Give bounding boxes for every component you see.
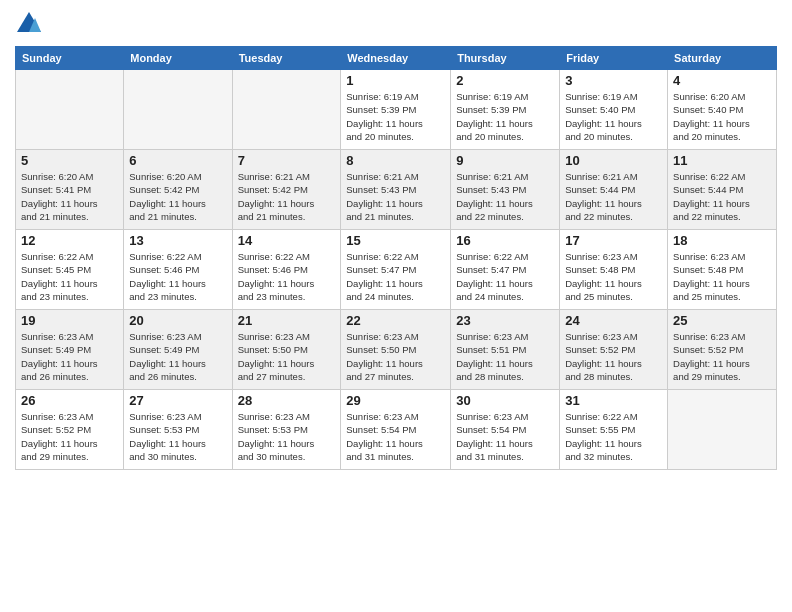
calendar-cell: 27Sunrise: 6:23 AM Sunset: 5:53 PM Dayli… — [124, 390, 232, 470]
day-number: 23 — [456, 313, 554, 328]
calendar-cell: 15Sunrise: 6:22 AM Sunset: 5:47 PM Dayli… — [341, 230, 451, 310]
calendar-cell — [124, 70, 232, 150]
day-number: 6 — [129, 153, 226, 168]
day-info: Sunrise: 6:23 AM Sunset: 5:52 PM Dayligh… — [21, 410, 118, 463]
day-info: Sunrise: 6:23 AM Sunset: 5:54 PM Dayligh… — [456, 410, 554, 463]
weekday-header: Sunday — [16, 47, 124, 70]
day-number: 7 — [238, 153, 336, 168]
weekday-header: Friday — [560, 47, 668, 70]
day-number: 8 — [346, 153, 445, 168]
day-info: Sunrise: 6:23 AM Sunset: 5:53 PM Dayligh… — [238, 410, 336, 463]
day-number: 30 — [456, 393, 554, 408]
day-number: 9 — [456, 153, 554, 168]
day-number: 15 — [346, 233, 445, 248]
day-info: Sunrise: 6:23 AM Sunset: 5:49 PM Dayligh… — [129, 330, 226, 383]
day-info: Sunrise: 6:21 AM Sunset: 5:43 PM Dayligh… — [346, 170, 445, 223]
weekday-header: Wednesday — [341, 47, 451, 70]
calendar-cell: 12Sunrise: 6:22 AM Sunset: 5:45 PM Dayli… — [16, 230, 124, 310]
day-number: 1 — [346, 73, 445, 88]
weekday-header: Saturday — [668, 47, 777, 70]
calendar-cell: 24Sunrise: 6:23 AM Sunset: 5:52 PM Dayli… — [560, 310, 668, 390]
day-number: 10 — [565, 153, 662, 168]
day-info: Sunrise: 6:20 AM Sunset: 5:42 PM Dayligh… — [129, 170, 226, 223]
day-info: Sunrise: 6:23 AM Sunset: 5:48 PM Dayligh… — [565, 250, 662, 303]
day-number: 4 — [673, 73, 771, 88]
calendar-cell: 17Sunrise: 6:23 AM Sunset: 5:48 PM Dayli… — [560, 230, 668, 310]
calendar-cell: 13Sunrise: 6:22 AM Sunset: 5:46 PM Dayli… — [124, 230, 232, 310]
day-info: Sunrise: 6:19 AM Sunset: 5:39 PM Dayligh… — [456, 90, 554, 143]
calendar-cell: 2Sunrise: 6:19 AM Sunset: 5:39 PM Daylig… — [451, 70, 560, 150]
day-number: 19 — [21, 313, 118, 328]
day-number: 5 — [21, 153, 118, 168]
calendar-cell: 1Sunrise: 6:19 AM Sunset: 5:39 PM Daylig… — [341, 70, 451, 150]
calendar-cell: 31Sunrise: 6:22 AM Sunset: 5:55 PM Dayli… — [560, 390, 668, 470]
day-info: Sunrise: 6:22 AM Sunset: 5:45 PM Dayligh… — [21, 250, 118, 303]
day-info: Sunrise: 6:22 AM Sunset: 5:46 PM Dayligh… — [238, 250, 336, 303]
calendar-cell: 9Sunrise: 6:21 AM Sunset: 5:43 PM Daylig… — [451, 150, 560, 230]
day-number: 2 — [456, 73, 554, 88]
calendar-cell: 25Sunrise: 6:23 AM Sunset: 5:52 PM Dayli… — [668, 310, 777, 390]
day-info: Sunrise: 6:23 AM Sunset: 5:51 PM Dayligh… — [456, 330, 554, 383]
page: SundayMondayTuesdayWednesdayThursdayFrid… — [0, 0, 792, 612]
calendar-cell: 21Sunrise: 6:23 AM Sunset: 5:50 PM Dayli… — [232, 310, 341, 390]
calendar-cell: 14Sunrise: 6:22 AM Sunset: 5:46 PM Dayli… — [232, 230, 341, 310]
day-info: Sunrise: 6:21 AM Sunset: 5:42 PM Dayligh… — [238, 170, 336, 223]
calendar-row: 19Sunrise: 6:23 AM Sunset: 5:49 PM Dayli… — [16, 310, 777, 390]
day-number: 16 — [456, 233, 554, 248]
calendar-row: 12Sunrise: 6:22 AM Sunset: 5:45 PM Dayli… — [16, 230, 777, 310]
day-number: 28 — [238, 393, 336, 408]
day-info: Sunrise: 6:23 AM Sunset: 5:49 PM Dayligh… — [21, 330, 118, 383]
day-number: 20 — [129, 313, 226, 328]
day-info: Sunrise: 6:23 AM Sunset: 5:48 PM Dayligh… — [673, 250, 771, 303]
calendar-cell — [232, 70, 341, 150]
day-number: 29 — [346, 393, 445, 408]
day-info: Sunrise: 6:22 AM Sunset: 5:47 PM Dayligh… — [456, 250, 554, 303]
calendar-cell: 18Sunrise: 6:23 AM Sunset: 5:48 PM Dayli… — [668, 230, 777, 310]
day-info: Sunrise: 6:22 AM Sunset: 5:47 PM Dayligh… — [346, 250, 445, 303]
day-number: 24 — [565, 313, 662, 328]
day-info: Sunrise: 6:23 AM Sunset: 5:52 PM Dayligh… — [673, 330, 771, 383]
header — [15, 10, 777, 38]
day-info: Sunrise: 6:20 AM Sunset: 5:40 PM Dayligh… — [673, 90, 771, 143]
calendar-cell: 20Sunrise: 6:23 AM Sunset: 5:49 PM Dayli… — [124, 310, 232, 390]
day-info: Sunrise: 6:21 AM Sunset: 5:44 PM Dayligh… — [565, 170, 662, 223]
day-number: 14 — [238, 233, 336, 248]
day-info: Sunrise: 6:23 AM Sunset: 5:52 PM Dayligh… — [565, 330, 662, 383]
logo-icon — [15, 10, 43, 38]
calendar-cell: 28Sunrise: 6:23 AM Sunset: 5:53 PM Dayli… — [232, 390, 341, 470]
calendar-cell: 7Sunrise: 6:21 AM Sunset: 5:42 PM Daylig… — [232, 150, 341, 230]
calendar-row: 26Sunrise: 6:23 AM Sunset: 5:52 PM Dayli… — [16, 390, 777, 470]
day-info: Sunrise: 6:22 AM Sunset: 5:44 PM Dayligh… — [673, 170, 771, 223]
day-number: 22 — [346, 313, 445, 328]
day-info: Sunrise: 6:23 AM Sunset: 5:54 PM Dayligh… — [346, 410, 445, 463]
day-info: Sunrise: 6:23 AM Sunset: 5:50 PM Dayligh… — [346, 330, 445, 383]
calendar-cell: 10Sunrise: 6:21 AM Sunset: 5:44 PM Dayli… — [560, 150, 668, 230]
calendar-cell: 22Sunrise: 6:23 AM Sunset: 5:50 PM Dayli… — [341, 310, 451, 390]
day-number: 12 — [21, 233, 118, 248]
day-info: Sunrise: 6:19 AM Sunset: 5:40 PM Dayligh… — [565, 90, 662, 143]
calendar-cell: 16Sunrise: 6:22 AM Sunset: 5:47 PM Dayli… — [451, 230, 560, 310]
day-number: 25 — [673, 313, 771, 328]
calendar-cell: 26Sunrise: 6:23 AM Sunset: 5:52 PM Dayli… — [16, 390, 124, 470]
calendar-cell: 11Sunrise: 6:22 AM Sunset: 5:44 PM Dayli… — [668, 150, 777, 230]
day-number: 11 — [673, 153, 771, 168]
day-number: 17 — [565, 233, 662, 248]
calendar-cell: 19Sunrise: 6:23 AM Sunset: 5:49 PM Dayli… — [16, 310, 124, 390]
calendar-cell: 29Sunrise: 6:23 AM Sunset: 5:54 PM Dayli… — [341, 390, 451, 470]
calendar-cell: 30Sunrise: 6:23 AM Sunset: 5:54 PM Dayli… — [451, 390, 560, 470]
calendar-cell: 3Sunrise: 6:19 AM Sunset: 5:40 PM Daylig… — [560, 70, 668, 150]
weekday-header: Tuesday — [232, 47, 341, 70]
day-number: 3 — [565, 73, 662, 88]
calendar-row: 5Sunrise: 6:20 AM Sunset: 5:41 PM Daylig… — [16, 150, 777, 230]
day-number: 18 — [673, 233, 771, 248]
calendar-cell: 5Sunrise: 6:20 AM Sunset: 5:41 PM Daylig… — [16, 150, 124, 230]
day-info: Sunrise: 6:22 AM Sunset: 5:55 PM Dayligh… — [565, 410, 662, 463]
calendar-cell: 4Sunrise: 6:20 AM Sunset: 5:40 PM Daylig… — [668, 70, 777, 150]
day-number: 31 — [565, 393, 662, 408]
calendar-table: SundayMondayTuesdayWednesdayThursdayFrid… — [15, 46, 777, 470]
calendar-cell — [16, 70, 124, 150]
day-number: 27 — [129, 393, 226, 408]
calendar-cell: 8Sunrise: 6:21 AM Sunset: 5:43 PM Daylig… — [341, 150, 451, 230]
day-number: 13 — [129, 233, 226, 248]
day-number: 26 — [21, 393, 118, 408]
